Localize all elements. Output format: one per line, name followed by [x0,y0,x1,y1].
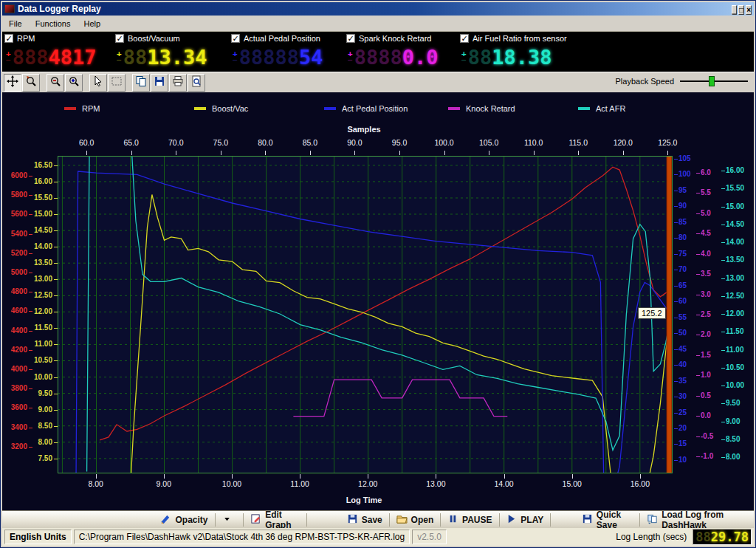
knock-axis-tick [696,416,700,417]
pedal-axis-label: 10 [678,456,695,464]
save-button[interactable]: Save [342,513,388,527]
channel-boost-checkbox[interactable]: ✓ [115,34,124,43]
pointer-tool-button[interactable] [89,74,107,92]
menu-file[interactable]: File [2,17,29,30]
opacity-button[interactable]: Opacity [155,513,213,527]
afr-axis-tick [721,242,725,243]
playback-speed-slider[interactable] [680,75,748,88]
pedal-axis-tick [674,365,678,366]
channel-knock-checkbox[interactable]: ✓ [346,34,355,43]
boost-axis-label: 10.00 [30,373,52,381]
edit-graph-button[interactable]: Edit Graph [245,513,305,527]
boost-axis-label: 14.00 [30,242,52,250]
boost-axis-label: 15.00 [30,210,52,218]
top-axis-tick-label: 60.0 [73,138,100,147]
save-tool-button[interactable] [151,74,168,92]
knock-axis-label: 4.5 [701,229,718,237]
pedal-axis-label: 105 [678,154,695,162]
minimize-button[interactable]: _ [732,5,738,15]
boost-axis-tick [54,165,58,166]
pedal-axis-label: 45 [678,345,695,353]
zoom-dynamic-icon [25,75,37,90]
top-axis-tick [399,151,400,155]
knock-axis-label: 6.0 [701,168,718,177]
pedal-axis-label: 75 [678,250,695,258]
separator [215,513,216,527]
channel-knock-display: +−88880.0 [346,44,438,70]
data-logger-replay-window: Data Logger Replay _□× FileFunctionsHelp… [0,0,756,548]
boost-axis-tick [54,442,58,443]
rpm-axis-label: 3800 [4,384,27,392]
title-bar: Data Logger Replay _□× [2,2,754,16]
pedal-axis-tick [674,222,678,223]
afr-axis-label: 12.50 [726,292,751,300]
playback-speed-control: Playback Speed [616,75,749,88]
top-axis-tick [667,151,668,155]
knock-axis-label: 5.5 [701,188,718,196]
print-tool-button[interactable] [169,74,187,92]
quick-save-button[interactable]: Quick Save [577,513,638,527]
channel-afr: ✓Air Fuel Ratio from sensor+−8818.38 [458,32,679,72]
boost-axis-tick [54,198,58,199]
preview-tool-button[interactable] [188,74,205,92]
open-button[interactable]: Open [391,513,439,527]
channel-pedal-checkbox[interactable]: ✓ [231,34,240,43]
knock-axis-tick [696,173,700,174]
boost-axis-tick [54,247,58,247]
top-axis-tick [354,151,355,155]
rpm-axis-label: 4000 [4,365,27,373]
boost-axis-label: 9.50 [30,389,52,397]
afr-axis-label: 8.50 [726,435,751,443]
zoom-in-icon [68,75,80,90]
knock-axis-tick [696,355,700,356]
rpm-axis-label: 5800 [4,191,27,199]
knock-axis-label: -1.0 [701,452,718,460]
zoom-dynamic-tool-button[interactable] [22,74,40,92]
rpm-axis-tick [29,176,32,177]
select-tool-button[interactable] [108,74,126,92]
units-indicator: English Units [4,530,72,544]
pedal-axis-label: 30 [678,392,695,400]
boost-axis-label: 15.50 [30,193,52,202]
rpm-axis-label: 5000 [4,268,27,276]
slider-thumb[interactable] [709,76,715,86]
opacity-dropdown-button[interactable] [216,513,241,527]
window-title: Data Logger Replay [18,4,730,14]
afr-axis-tick [721,207,725,208]
legend-swatch [194,107,206,110]
zoom-in-tool-button[interactable] [65,74,83,92]
play-button[interactable]: PLAY [501,513,549,527]
opacity-button-label: Opacity [175,515,207,525]
bottom-axis-tick [640,474,641,479]
top-axis-tick [86,151,87,155]
afr-axis-label: 9.50 [726,399,751,407]
pedal-axis-label: 80 [678,233,695,242]
zoom-out-tool-button[interactable] [47,74,64,92]
menu-functions[interactable]: Functions [29,17,78,30]
load-log-icon [647,513,662,527]
load-log-button[interactable]: Load Log from DashHawk [642,513,754,527]
close-button[interactable]: × [746,5,752,15]
dropdown-icon [221,513,236,527]
channel-afr-checkbox[interactable]: ✓ [460,34,469,43]
playback-speed-label: Playback Speed [616,77,675,86]
rpm-axis-label: 5200 [4,249,27,257]
pedal-axis-tick [674,206,678,207]
top-axis-tick [310,151,311,155]
pan-tool-button[interactable] [4,74,21,92]
pause-button[interactable]: PAUSE [442,513,497,527]
afr-axis-tick [721,278,725,279]
top-axis-tick [623,151,624,155]
status-bar: English Units C:\Program Files\DashHawk … [2,528,754,546]
afr-axis-tick [721,439,725,440]
pedal-axis-tick [674,191,678,191]
channel-rpm-checkbox[interactable]: ✓ [4,34,13,43]
legend-label: RPM [82,104,100,113]
preview-icon [190,75,202,90]
copy-tool-button[interactable] [132,74,150,92]
plot-canvas[interactable] [58,156,673,473]
menu-help[interactable]: Help [77,17,107,30]
top-axis-tick [444,151,445,155]
maximize-button[interactable]: □ [738,5,744,15]
boost-axis-tick [54,328,58,329]
